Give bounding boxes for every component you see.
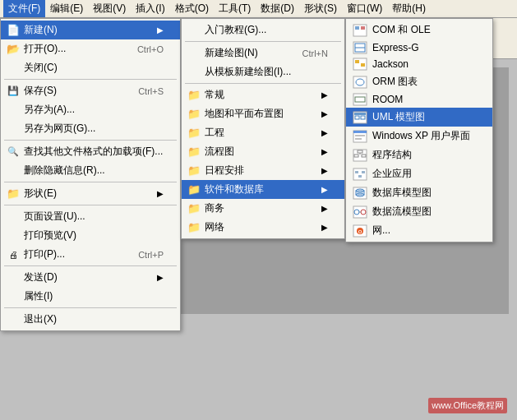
open-icon: 📂	[6, 43, 21, 56]
software-folder-icon: 📁	[187, 183, 201, 196]
flowchart-folder-icon: 📁	[187, 145, 201, 159]
svg-rect-7	[355, 60, 359, 63]
svg-rect-28	[362, 171, 365, 173]
menu-dataflow[interactable]: 数据流模型图	[346, 202, 492, 221]
menubar-insert[interactable]: 插入(I)	[131, 0, 169, 17]
software-submenu-dropdown: COM 和 OLE Express-G Jackson	[345, 18, 493, 242]
svg-rect-14	[354, 113, 366, 115]
menu-com-ole[interactable]: COM 和 OLE	[346, 21, 492, 39]
normal-folder-icon: 📁	[187, 89, 201, 102]
menu-tutorial[interactable]: 入门教程(G)...	[182, 21, 344, 39]
dataflow-icon	[351, 203, 369, 221]
svg-rect-18	[353, 131, 367, 133]
menu-engineering[interactable]: 📁 工程 ▶	[182, 123, 344, 142]
menu-prog-struct[interactable]: 程序结构	[346, 145, 492, 164]
menubar-shape[interactable]: 形状(S)	[299, 0, 342, 17]
menu-software[interactable]: 📁 软件和数据库 ▶	[182, 180, 344, 199]
menu-mapfloor[interactable]: 📁 地图和平面布置图 ▶	[182, 104, 344, 123]
menu-more[interactable]: O 网...	[346, 221, 492, 240]
svg-rect-19	[355, 135, 365, 136]
menu-enterprise[interactable]: 企业应用	[346, 164, 492, 183]
jackson-icon	[351, 55, 369, 73]
room-icon	[351, 90, 369, 108]
menubar-tools[interactable]: 工具(T)	[214, 0, 256, 17]
menu-room[interactable]: ROOM	[346, 91, 492, 108]
menu-db-model[interactable]: 数据库模型图	[346, 183, 492, 202]
new-sep-1	[185, 41, 341, 42]
engineering-folder-icon: 📁	[187, 127, 201, 140]
menu-business[interactable]: 📁 商务 ▶	[182, 199, 344, 218]
mapfloor-arrow: ▶	[321, 109, 328, 118]
menu-fromtemplate[interactable]: 从模板新建绘图(I)...	[182, 62, 344, 81]
menu-save[interactable]: 💾 保存(S) Ctrl+S	[1, 81, 180, 100]
svg-rect-27	[355, 171, 358, 173]
express-g-icon	[351, 39, 369, 57]
svg-rect-20	[355, 138, 362, 140]
db-model-icon	[351, 184, 369, 202]
menubar-data[interactable]: 数据(D)	[256, 0, 299, 17]
menu-open[interactable]: 📂 打开(O)... Ctrl+O	[1, 39, 180, 58]
menu-express-g[interactable]: Express-G	[346, 39, 492, 56]
menu-orm-chart[interactable]: ORM 图表	[346, 72, 492, 91]
menu-exit[interactable]: 退出(X)	[1, 310, 180, 329]
new-submenu-dropdown: 入门教程(G)... 新建绘图(N) Ctrl+N 从模板新建绘图(I)... …	[181, 18, 345, 239]
separator-2	[4, 140, 177, 141]
uml-model-icon	[351, 108, 369, 127]
svg-rect-1	[355, 26, 359, 30]
save-icon: 💾	[6, 85, 21, 98]
menubar: 文件(F) 编辑(E) 视图(V) 插入(I) 格式(O) 工具(T) 数据(D…	[0, 0, 517, 18]
menubar-format[interactable]: 格式(O)	[170, 0, 214, 17]
menubar-window[interactable]: 窗口(W)	[342, 0, 387, 17]
menubar-view[interactable]: 视图(V)	[88, 0, 131, 17]
flowchart-arrow: ▶	[321, 147, 328, 156]
schedule-folder-icon: 📁	[187, 164, 201, 178]
menu-properties[interactable]: 属性(I)	[1, 287, 180, 306]
prog-struct-icon	[351, 146, 369, 164]
menubar-file[interactable]: 文件(F)	[3, 0, 45, 17]
office-icon: O	[351, 222, 369, 240]
menu-schedule[interactable]: 📁 日程安排 ▶	[182, 161, 344, 180]
svg-rect-8	[361, 63, 365, 67]
network-folder-icon: 📁	[187, 221, 201, 234]
menu-new[interactable]: 📄 新建(N) ▶	[1, 21, 180, 39]
shape-folder-icon: 📁	[6, 187, 21, 201]
menu-pagesetup[interactable]: 页面设置(U)...	[1, 207, 180, 226]
separator-3	[4, 182, 177, 182]
menu-normal[interactable]: 📁 常规 ▶	[182, 85, 344, 104]
shape-arrow: ▶	[157, 189, 164, 198]
menu-findformat[interactable]: 🔍 查找其他文件格式的加载项(F)...	[1, 142, 180, 161]
menu-jackson[interactable]: Jackson	[346, 56, 492, 72]
network-arrow: ▶	[321, 223, 328, 232]
new-sep-2	[185, 83, 341, 84]
menu-winxp-ui[interactable]: Windows XP 用户界面	[346, 127, 492, 145]
menu-network[interactable]: 📁 网络 ▶	[182, 218, 344, 237]
com-ole-icon	[351, 21, 369, 39]
print-icon: 🖨	[6, 248, 21, 261]
software-arrow: ▶	[321, 185, 328, 194]
separator-1	[4, 79, 177, 80]
orm-chart-icon	[351, 73, 369, 91]
menu-newdrawing[interactable]: 新建绘图(N) Ctrl+N	[182, 44, 344, 62]
svg-rect-29	[358, 175, 362, 178]
separator-6	[4, 307, 177, 308]
menu-saveas[interactable]: 另存为(A)...	[1, 100, 180, 119]
menu-printpreview[interactable]: 打印预览(V)	[1, 226, 180, 245]
menu-removeinfo[interactable]: 删除隐藏信息(R)...	[1, 161, 180, 180]
menu-print[interactable]: 🖨 打印(P)... Ctrl+P	[1, 245, 180, 264]
file-menu-dropdown: 📄 新建(N) ▶ 📂 打开(O)... Ctrl+O 关闭(C) 💾 保存(S…	[0, 18, 181, 331]
submenu-arrow: ▶	[157, 25, 164, 35]
menubar-help[interactable]: 帮助(H)	[387, 0, 431, 17]
menu-send[interactable]: 发送(D) ▶	[1, 268, 180, 287]
business-arrow: ▶	[321, 204, 328, 213]
svg-rect-2	[361, 26, 365, 30]
separator-4	[4, 205, 177, 205]
menu-uml-model[interactable]: UML 模型图	[346, 108, 492, 127]
enterprise-icon	[351, 165, 369, 183]
menu-saveweb[interactable]: 另存为网页(G)...	[1, 119, 180, 138]
menu-close[interactable]: 关闭(C)	[1, 58, 180, 77]
menu-flowchart[interactable]: 📁 流程图 ▶	[182, 142, 344, 161]
svg-rect-26	[353, 168, 367, 180]
menu-shape[interactable]: 📁 形状(E) ▶	[1, 184, 180, 203]
menubar-edit[interactable]: 编辑(E)	[45, 0, 88, 17]
engineering-arrow: ▶	[321, 128, 328, 137]
